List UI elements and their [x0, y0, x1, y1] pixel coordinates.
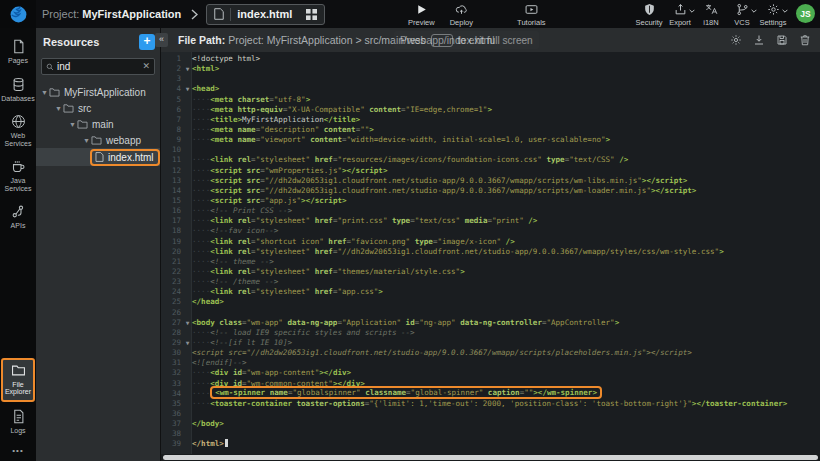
code-line[interactable]: 13····<script src="//dh2dw20653ig1.cloud…	[161, 176, 820, 186]
fold-arrow-icon[interactable]: ▼	[183, 318, 192, 328]
code-line[interactable]: 26	[161, 308, 820, 318]
code-line[interactable]: 8····<meta name="description" content=""…	[161, 125, 820, 135]
project-breadcrumb[interactable]: Project:MyFirstApplication	[42, 8, 181, 20]
code-line[interactable]: 24····<link rel="stylesheet" href="app.c…	[161, 287, 820, 297]
fold-gutter	[183, 145, 192, 155]
line-number: 6	[161, 105, 183, 115]
code-line[interactable]: 32····<div id="wm-app-content"></div>	[161, 368, 820, 378]
save-icon[interactable]	[776, 34, 788, 46]
tree-item-webapp[interactable]: ▼ webapp	[36, 132, 160, 148]
line-number: 38	[161, 429, 183, 439]
search-input[interactable]	[57, 61, 139, 72]
code-line[interactable]: 29▼····<!--[if lt IE 10]>	[161, 338, 820, 348]
code-line[interactable]: 1<!doctype html>	[161, 54, 820, 64]
fold-gutter	[183, 196, 192, 206]
add-resource-button[interactable]: +	[139, 34, 155, 50]
line-number: 34	[161, 389, 183, 399]
sidebar-item-databases[interactable]: Databases	[1, 73, 35, 108]
sidebar-item-apis[interactable]: APIs	[1, 200, 35, 235]
code-line[interactable]: 15····<script src="app.js"></script>	[161, 196, 820, 206]
deploy-button[interactable]: Deploy	[443, 1, 479, 27]
sidebar-item-java-services[interactable]: Java Services	[1, 155, 35, 197]
i18n-button[interactable]: i18N	[696, 1, 726, 27]
code-line[interactable]: 2▼<html>	[161, 64, 820, 74]
tutorials-button[interactable]: Tutorials	[513, 1, 549, 27]
file-tab-index-html[interactable]: index.html	[206, 4, 325, 25]
code-line[interactable]: 7····<title>MyFirstApplication</title>	[161, 115, 820, 125]
scrollbar-thumb[interactable]	[163, 455, 818, 460]
code-line[interactable]: 12····<script src="wmProperties.js"></sc…	[161, 166, 820, 176]
folder-icon	[77, 119, 88, 129]
line-number: 22	[161, 267, 183, 277]
grid-icon[interactable]	[306, 9, 317, 20]
code-line[interactable]: 4▼<head>	[161, 84, 820, 94]
code-line[interactable]: 25</head>	[161, 297, 820, 307]
horizontal-scrollbar[interactable]	[161, 454, 820, 461]
app-logo[interactable]	[0, 0, 36, 28]
code-line[interactable]: 19····<link rel="shortcut icon" href="fa…	[161, 237, 820, 247]
code-line[interactable]: 22····<link rel="stylesheet" href="theme…	[161, 267, 820, 277]
editor-header: « File Path: Project: MyFirstApplication…	[161, 28, 820, 52]
resource-search[interactable]: ✕	[41, 58, 155, 75]
tree-item-myfirstapplication[interactable]: ▼ MyFirstApplication	[36, 84, 160, 100]
pages-icon	[11, 39, 26, 54]
code-line[interactable]: 21····<!-- theme -->	[161, 257, 820, 267]
line-number: 23	[161, 277, 183, 287]
clear-search-icon[interactable]: ✕	[142, 62, 150, 71]
user-avatar[interactable]: JS	[796, 4, 815, 23]
code-line[interactable]: 20····<link rel="stylesheet" href="//dh2…	[161, 247, 820, 257]
fold-arrow-icon[interactable]: ▼	[183, 64, 192, 74]
code-line[interactable]: 30<script src="//dh2dw20653ig1.cloudfron…	[161, 348, 820, 358]
export-button[interactable]: Export	[665, 1, 695, 27]
code-line[interactable]: 31<![endif]-->	[161, 358, 820, 368]
code-line[interactable]: 18····<!--fav icon-->	[161, 226, 820, 236]
expand-arrow-icon[interactable]: ▼	[82, 137, 91, 144]
expand-arrow-icon[interactable]: ▼	[68, 121, 77, 128]
code-line[interactable]: 11····<link rel="stylesheet" href="resou…	[161, 155, 820, 165]
collapse-panel-button[interactable]: «	[155, 33, 168, 47]
code-line[interactable]: 9····<meta name="viewport" content="widt…	[161, 135, 820, 145]
logs-icon	[11, 409, 26, 424]
code-line[interactable]: 6····<meta http-equiv="X-UA-Compatible" …	[161, 105, 820, 115]
line-number: 31	[161, 358, 183, 368]
preview-button[interactable]: Preview	[403, 1, 439, 27]
expand-arrow-icon[interactable]: ▼	[54, 105, 63, 112]
sidebar-item-pages[interactable]: Pages	[1, 35, 35, 70]
line-number: 35	[161, 399, 183, 409]
tree-item-index-html[interactable]: index.html	[36, 148, 160, 166]
vcs-button[interactable]: VCS	[727, 1, 757, 27]
more-menu-button[interactable]: •••	[12, 442, 23, 461]
fold-arrow-icon[interactable]: ▼	[183, 338, 192, 348]
code-line[interactable]: 37</body>	[161, 419, 820, 429]
sidebar-item-web-services[interactable]: Web Services	[1, 110, 35, 152]
code-line[interactable]: 17····<link rel="stylesheet" href="print…	[161, 216, 820, 226]
code-line[interactable]: 16····<!-- Print CSS -->	[161, 206, 820, 216]
code-editor-panel: « File Path: Project: MyFirstApplication…	[160, 28, 820, 461]
fold-arrow-icon[interactable]: ▼	[183, 84, 192, 94]
code-line[interactable]: 5····<meta charset="utf-8">	[161, 95, 820, 105]
fold-gutter	[183, 328, 192, 338]
tree-item-src[interactable]: ▼ src	[36, 100, 160, 116]
download-icon[interactable]	[753, 34, 765, 46]
code-line[interactable]: 23····<!-- /theme -->	[161, 277, 820, 287]
code-line[interactable]: 39</html>	[161, 439, 820, 449]
code-line[interactable]: 3	[161, 74, 820, 84]
code-area[interactable]: 1<!doctype html>2▼<html>34▼<head>5····<m…	[161, 52, 820, 454]
code-line[interactable]: 36	[161, 409, 820, 419]
code-line[interactable]: 28····<!-- load IE9 specific styles and …	[161, 328, 820, 338]
sidebar-item-file-explorer[interactable]: File Explorer	[1, 358, 35, 402]
tree-item-main[interactable]: ▼ main	[36, 116, 160, 132]
code-line[interactable]: 34····<wm-spinner name="globalspinner" c…	[161, 389, 820, 399]
code-line[interactable]: 27▼<body class="wm-app" data-ng-app="App…	[161, 318, 820, 328]
code-line[interactable]: 14····<script src="//dh2dw20653ig1.cloud…	[161, 186, 820, 196]
code-line[interactable]: 38	[161, 429, 820, 439]
code-line[interactable]: 35····<toaster-container toaster-options…	[161, 399, 820, 409]
code-line[interactable]: 10	[161, 145, 820, 155]
settings-button[interactable]: Settings	[758, 1, 788, 27]
expand-arrow-icon[interactable]: ▼	[40, 89, 49, 96]
sidebar-item-logs[interactable]: Logs	[1, 405, 35, 440]
editor-settings-icon[interactable]	[730, 34, 742, 46]
trash-icon[interactable]	[799, 34, 811, 46]
security-button[interactable]: Security	[634, 1, 664, 27]
fold-gutter	[183, 439, 192, 449]
